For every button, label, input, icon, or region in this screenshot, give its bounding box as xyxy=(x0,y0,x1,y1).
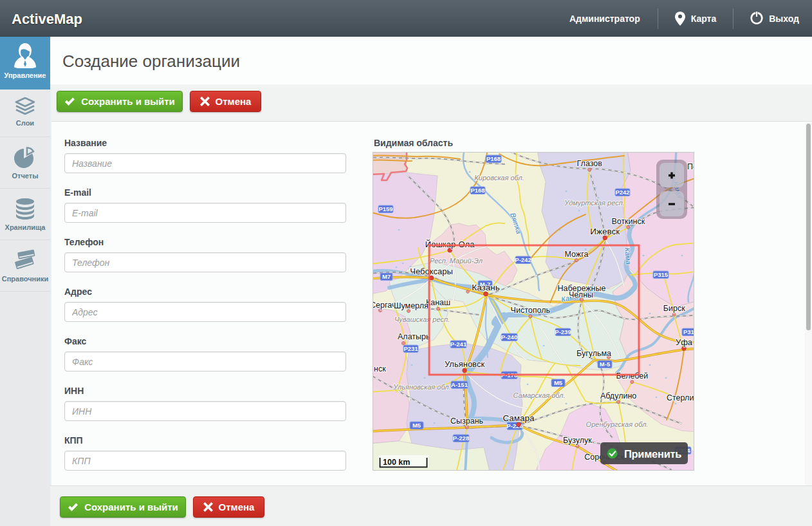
svg-text:Самара: Самара xyxy=(503,413,535,423)
svg-text:Йошкар-Ола: Йошкар-Ола xyxy=(425,240,475,249)
svg-text:Р-240: Р-240 xyxy=(501,333,517,341)
svg-text:Р231: Р231 xyxy=(403,345,418,352)
svg-text:Бирск: Бирск xyxy=(663,304,685,313)
svg-text:Чувашская респ.: Чувашская респ. xyxy=(394,315,450,323)
svg-text:Ульяновская обл.: Ульяновская обл. xyxy=(392,383,450,391)
svg-text:Р168: Р168 xyxy=(486,155,501,162)
svg-text:Челны: Челны xyxy=(569,290,593,299)
svg-text:Бузулук: Бузулук xyxy=(563,436,592,445)
svg-text:Шумерля: Шумерля xyxy=(394,301,429,310)
svg-text:Ижевск: Ижевск xyxy=(590,227,620,236)
svg-text:Р242: Р242 xyxy=(615,189,629,196)
svg-text:Абдулино: Абдулино xyxy=(600,391,636,400)
svg-text:А-151: А-151 xyxy=(451,381,468,388)
svg-text:Р315: Р315 xyxy=(654,271,669,278)
svg-text:нск: нск xyxy=(374,364,386,373)
svg-text:Алатырь: Алатырь xyxy=(398,332,430,341)
svg-text:Казань: Казань xyxy=(472,283,499,292)
svg-text:М5: М5 xyxy=(554,379,563,386)
svg-text:Чистополь: Чистополь xyxy=(511,306,550,315)
svg-text:Р-228: Р-228 xyxy=(453,435,469,442)
svg-text:М5: М5 xyxy=(412,422,421,429)
svg-text:Чебоксары: Чебоксары xyxy=(410,267,453,276)
svg-text:Кировская обл.: Кировская обл. xyxy=(474,174,524,182)
svg-text:Уфа: Уфа xyxy=(676,337,693,347)
svg-text:Кама: Кама xyxy=(623,247,632,265)
svg-text:Р-241: Р-241 xyxy=(450,341,467,348)
svg-text:100 km: 100 km xyxy=(383,458,410,467)
svg-text:Белебей: Белебей xyxy=(616,371,648,380)
svg-text:Пермь: Пермь xyxy=(687,162,694,171)
svg-text:М-5: М-5 xyxy=(600,361,611,368)
svg-text:Самарская обл.: Самарская обл. xyxy=(513,391,565,399)
svg-text:М7: М7 xyxy=(382,273,391,280)
svg-text:Бугульма: Бугульма xyxy=(577,349,611,358)
svg-text:Стерлитамак: Стерлитамак xyxy=(667,393,694,402)
svg-text:Оренбургская обл.: Оренбургская обл. xyxy=(586,420,649,428)
svg-text:Р-239: Р-239 xyxy=(555,328,571,335)
svg-text:Респ. Марий-Эл: Респ. Марий-Эл xyxy=(430,257,483,265)
svg-text:Р-242: Р-242 xyxy=(515,256,531,263)
svg-text:Ульяновск: Ульяновск xyxy=(445,359,484,369)
svg-text:Сергач: Сергач xyxy=(373,301,396,310)
svg-text:Р168: Р168 xyxy=(470,187,484,194)
svg-text:Сызрань: Сызрань xyxy=(450,417,483,426)
svg-text:Р319: Р319 xyxy=(683,328,694,335)
svg-text:Воткинск: Воткинск xyxy=(611,217,645,226)
svg-text:Применить: Применить xyxy=(624,448,681,460)
svg-text:Глазов: Глазов xyxy=(577,159,603,168)
svg-text:Можга: Можга xyxy=(564,250,588,259)
svg-text:Удмуртская респ.: Удмуртская респ. xyxy=(564,199,625,207)
svg-text:Р159: Р159 xyxy=(378,205,392,212)
